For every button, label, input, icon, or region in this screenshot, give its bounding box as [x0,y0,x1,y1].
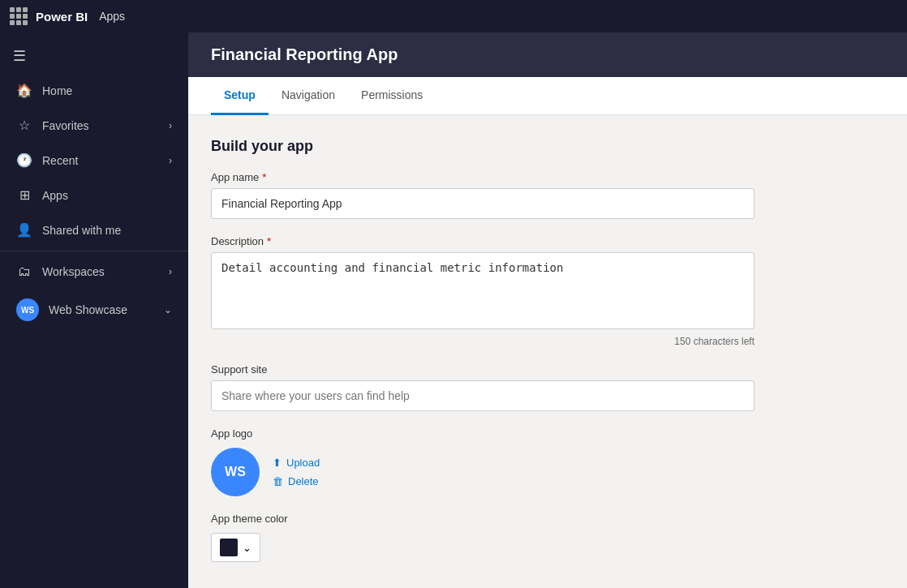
apps-icon: ⊞ [16,187,32,203]
support-site-group: Support site [211,363,884,411]
theme-color-label: App theme color [211,513,884,525]
sidebar-toggle-button[interactable]: ☰ [0,39,188,73]
app-logo-section: App logo WS ⬆ Upload 🗑 Delete [211,427,884,496]
brand-logo: Power BI [36,10,88,24]
sidebar-item-web-showcase-label: Web Showcase [49,303,127,316]
sidebar-item-apps[interactable]: ⊞ Apps [0,178,188,212]
recent-icon: 🕐 [16,152,32,168]
trash-icon: 🗑 [273,475,283,487]
theme-color-swatch [220,539,238,556]
app-name-input[interactable] [211,188,754,219]
sidebar: ☰ 🏠 Home ☆ Favorites › 🕐 Recent › ⊞ Apps… [0,32,188,588]
hamburger-icon: ☰ [13,48,26,64]
app-name-label: App name * [211,171,884,183]
topbar: Power BI Apps [0,0,907,32]
sidebar-item-favorites[interactable]: ☆ Favorites › [0,108,188,143]
delete-logo-button[interactable]: 🗑 Delete [273,475,320,487]
support-site-label: Support site [211,363,884,376]
sidebar-item-web-showcase[interactable]: WS Web Showcase ⌄ [0,289,188,331]
sidebar-item-home-label: Home [42,84,72,97]
topbar-apps-label[interactable]: Apps [99,10,125,23]
required-marker: * [267,235,271,247]
chevron-right-icon: › [169,120,172,131]
page-title: Financial Reporting App [211,45,398,63]
main-layout: ☰ 🏠 Home ☆ Favorites › 🕐 Recent › ⊞ Apps… [0,32,907,588]
char-count: 150 characters left [211,336,754,347]
shared-icon: 👤 [16,222,32,238]
chevron-right-icon: › [169,266,172,277]
description-input[interactable] [211,252,754,329]
sidebar-item-shared[interactable]: 👤 Shared with me [0,212,188,247]
workspaces-icon: 🗂 [16,264,32,279]
sidebar-item-recent-label: Recent [42,154,78,167]
sidebar-item-apps-label: Apps [42,189,68,202]
sidebar-item-recent[interactable]: 🕐 Recent › [0,143,188,178]
chevron-down-icon: ⌄ [164,304,172,315]
sidebar-item-shared-label: Shared with me [42,224,121,237]
tab-navigation[interactable]: Navigation [269,77,348,115]
app-logo-avatar: WS [211,448,260,496]
app-logo-label: App logo [211,427,884,440]
home-icon: 🏠 [16,83,32,98]
avatar: WS [16,298,39,321]
grid-dots-icon[interactable] [10,7,28,25]
brand-name: Power BI [36,10,88,24]
description-label: Description * [211,235,884,247]
upload-icon: ⬆ [273,457,282,469]
tab-setup[interactable]: Setup [211,77,269,115]
favorites-icon: ☆ [16,118,32,133]
logo-actions: ⬆ Upload 🗑 Delete [273,457,320,487]
chevron-right-icon: › [169,155,172,166]
sidebar-item-favorites-label: Favorites [42,119,89,132]
support-site-input[interactable] [211,380,754,411]
theme-color-picker-button[interactable]: ⌄ [211,533,260,562]
tabs-bar: Setup Navigation Permissions [188,77,907,115]
form-section-title: Build your app [211,138,884,155]
app-logo-row: WS ⬆ Upload 🗑 Delete [211,448,884,496]
app-name-group: App name * [211,171,884,219]
chevron-down-icon: ⌄ [243,542,251,554]
upload-logo-button[interactable]: ⬆ Upload [273,457,320,469]
description-group: Description * 150 characters left [211,235,884,347]
theme-color-section: App theme color ⌄ [211,513,884,562]
content-area: Financial Reporting App Setup Navigation… [188,32,907,588]
form-area: Build your app App name * Description * … [188,115,907,588]
required-marker: * [262,171,266,183]
sidebar-item-workspaces-label: Workspaces [42,265,105,278]
sidebar-divider [0,251,188,251]
content-header: Financial Reporting App [188,32,907,77]
sidebar-item-home[interactable]: 🏠 Home [0,73,188,108]
sidebar-item-workspaces[interactable]: 🗂 Workspaces › [0,255,188,289]
tab-permissions[interactable]: Permissions [348,77,436,115]
